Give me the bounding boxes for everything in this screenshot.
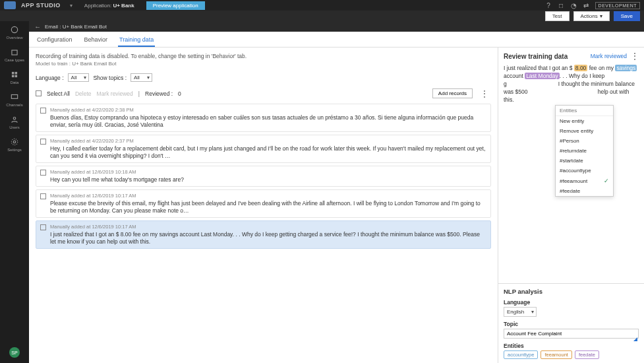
user-avatar[interactable]: SP	[9, 347, 20, 358]
nav-case-types[interactable]: Case types	[5, 48, 24, 62]
language-select[interactable]: All	[68, 73, 90, 82]
record-text: Please excuse the brevity of this email,…	[50, 200, 486, 214]
entity-context-menu: Entities New entity Remove entity #Perso…	[555, 105, 614, 197]
record-checkbox[interactable]	[40, 193, 46, 199]
model-note: Model to train : U+ Bank Email Bot	[36, 61, 491, 67]
record-meta: Manually added at 4/22/2020 2:37 PM	[50, 138, 486, 144]
review-panel-title: Review training data	[504, 53, 568, 60]
record-meta: Manually added at 12/6/2019 10:17 AM	[50, 224, 486, 230]
svg-point-8	[13, 141, 16, 143]
test-button[interactable]: Test	[545, 11, 570, 21]
record-checkbox[interactable]	[40, 108, 46, 114]
nlp-language-label: Language	[504, 299, 639, 306]
svg-rect-2	[12, 72, 15, 75]
nlp-topic-input[interactable]	[504, 329, 639, 339]
entity-feedate[interactable]: Last Monday	[525, 73, 560, 79]
delete-button[interactable]: Delete	[75, 90, 92, 97]
svg-rect-4	[12, 75, 15, 78]
app-title: APP STUDIO	[21, 2, 61, 9]
bell-icon[interactable]: ◔	[570, 2, 577, 9]
record-meta: Manually added at 12/6/2019 10:17 AM	[50, 193, 486, 199]
menu-header: Entities	[556, 106, 613, 116]
environment-badge: DEVELOPMENT	[595, 2, 640, 9]
back-arrow-icon[interactable]: ←	[34, 23, 41, 30]
chevron-down-icon[interactable]: ▾	[70, 3, 73, 9]
page-breadcrumb: Email : U+ Bank Email Bot	[45, 24, 107, 30]
entity-accounttype[interactable]: savings	[615, 65, 637, 71]
svg-rect-3	[15, 72, 17, 75]
svg-rect-1	[12, 50, 17, 55]
preview-application-button[interactable]: Preview application	[146, 1, 205, 10]
topics-label: Show topics :	[93, 75, 127, 81]
actions-button[interactable]: Actions▾	[573, 11, 610, 21]
svg-point-0	[11, 26, 17, 32]
more-icon[interactable]: ⋮	[478, 89, 491, 98]
select-all-checkbox[interactable]	[36, 90, 42, 96]
entity-feeamount[interactable]: 8.00	[574, 65, 588, 71]
tab-training-data[interactable]: Training data	[118, 34, 155, 47]
svg-rect-6	[11, 95, 17, 99]
entity-chip[interactable]: accounttype	[504, 350, 538, 359]
nav-data[interactable]: Data	[10, 70, 19, 84]
left-nav: Overview Case types Data Channels Users …	[0, 21, 29, 363]
logo-icon	[4, 1, 16, 9]
menu-entity-item[interactable]: #feedate	[556, 186, 613, 196]
resize-handle-icon[interactable]	[633, 337, 637, 341]
help-icon[interactable]: ?	[545, 2, 552, 9]
nav-overview[interactable]: Overview	[6, 25, 22, 40]
nlp-entities-label: Entities	[504, 343, 639, 349]
menu-entity-item[interactable]: #accounttype	[556, 166, 613, 176]
mark-reviewed-link[interactable]: Mark reviewed	[591, 53, 627, 59]
record-checkbox[interactable]	[40, 139, 46, 145]
nlp-topic-label: Topic	[504, 321, 639, 327]
select-all-label[interactable]: Select All	[47, 90, 70, 97]
svg-point-7	[13, 117, 16, 120]
tab-configuration[interactable]: Configuration	[36, 34, 74, 47]
record-checkbox[interactable]	[40, 224, 46, 230]
record-text: Hey, I called earlier today for a replac…	[50, 145, 486, 160]
tab-bar: Configuration Behavior Training data	[29, 32, 644, 48]
record-text: Hey can you tell me what today's mortgag…	[50, 176, 486, 183]
record-meta: Manually added at 12/6/2019 10:18 AM	[50, 169, 486, 175]
review-more-icon[interactable]: ⋮	[631, 51, 639, 61]
record-meta: Manually added at 4/22/2020 2:38 PM	[50, 107, 486, 113]
menu-entity-item[interactable]: #returndate	[556, 146, 613, 156]
entity-chip[interactable]: feedate	[575, 350, 599, 359]
add-records-button[interactable]: Add records	[432, 88, 473, 98]
training-record[interactable]: Manually added at 4/22/2020 2:37 PMHey, …	[36, 135, 491, 163]
nlp-language-select[interactable]: English	[504, 307, 537, 317]
nav-settings[interactable]: Settings	[7, 137, 22, 152]
menu-entity-item[interactable]: #feeamount✓	[556, 176, 613, 186]
info-note: Recording of training data is disabled. …	[36, 53, 491, 59]
reviewed-label: Reviewed :	[145, 90, 173, 97]
record-checkbox[interactable]	[40, 170, 46, 176]
menu-entity-item[interactable]: #startdate	[556, 156, 613, 166]
record-text: Buenos días, Estoy comprando una hipotec…	[50, 114, 486, 129]
reviewed-count: 0	[178, 90, 181, 97]
record-text: I just realized that I got an $ 8.00 fee…	[50, 231, 486, 246]
nlp-title: NLP analysis	[504, 288, 639, 295]
save-button[interactable]: Save	[614, 11, 640, 21]
mark-reviewed-button[interactable]: Mark reviewed	[97, 90, 133, 97]
tab-behavior[interactable]: Behavior	[83, 34, 109, 47]
check-icon: ✓	[604, 178, 609, 184]
entity-chip[interactable]: feeamount	[541, 350, 571, 359]
nav-users[interactable]: Users	[9, 115, 20, 129]
app-breadcrumb: Application: U+ Bank	[84, 3, 134, 9]
language-label: Language :	[36, 75, 64, 81]
menu-entity-item[interactable]: #Person	[556, 136, 613, 146]
nav-channels[interactable]: Channels	[6, 92, 22, 107]
topics-select[interactable]: All	[131, 73, 152, 82]
training-record[interactable]: Manually added at 12/6/2019 10:17 AMI ju…	[36, 220, 491, 249]
training-record[interactable]: Manually added at 12/6/2019 10:18 AMHey …	[36, 166, 491, 187]
switch-icon[interactable]: ⇄	[583, 2, 590, 9]
training-record[interactable]: Manually added at 4/22/2020 2:38 PMBueno…	[36, 104, 491, 132]
menu-remove-entity[interactable]: Remove entity	[556, 126, 613, 136]
svg-rect-5	[15, 75, 17, 78]
monitor-icon[interactable]: □	[558, 2, 565, 9]
svg-point-9	[11, 139, 17, 145]
training-record[interactable]: Manually added at 12/6/2019 10:17 AMPlea…	[36, 189, 491, 218]
menu-new-entity[interactable]: New entity	[556, 116, 613, 126]
review-text[interactable]: I just realized that I got an $ 8.00 fee…	[498, 65, 644, 109]
